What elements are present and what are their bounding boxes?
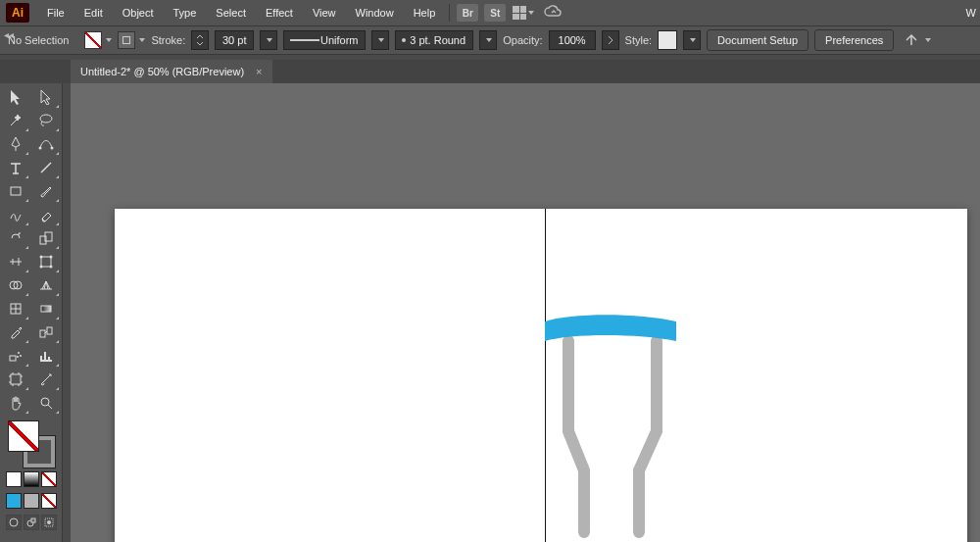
crutch-leg-left xyxy=(568,341,584,532)
stroke-dropdown[interactable] xyxy=(139,38,145,42)
svg-point-23 xyxy=(10,518,18,526)
tool-artboard[interactable] xyxy=(2,368,29,391)
stroke-weight-field[interactable]: 30 pt xyxy=(215,30,254,50)
tool-magic-wand[interactable] xyxy=(2,109,29,132)
graphic-style-swatch[interactable] xyxy=(658,30,677,50)
tool-symbol-sprayer[interactable] xyxy=(2,344,29,368)
preferences-button[interactable]: Preferences xyxy=(814,29,894,51)
tool-line-segment[interactable] xyxy=(33,156,61,179)
svg-rect-17 xyxy=(10,356,16,361)
tool-free-transform[interactable] xyxy=(33,250,61,273)
stock-icon[interactable]: St xyxy=(484,4,506,22)
opacity-field[interactable]: 100% xyxy=(549,30,596,50)
menu-edit[interactable]: Edit xyxy=(74,0,113,25)
tool-eyedropper[interactable] xyxy=(2,320,29,344)
color-mode-button[interactable] xyxy=(6,471,22,487)
tool-blend[interactable] xyxy=(33,320,61,344)
svg-point-19 xyxy=(20,355,22,357)
tool-direct-selection[interactable] xyxy=(33,85,61,109)
document-setup-button[interactable]: Document Setup xyxy=(707,29,808,51)
tool-curvature[interactable] xyxy=(33,132,61,156)
brush-definition[interactable]: 3 pt. Round xyxy=(395,30,473,50)
tool-column-graph[interactable] xyxy=(33,344,61,368)
style-dropdown[interactable] xyxy=(683,30,701,50)
tool-eraser[interactable] xyxy=(33,203,61,226)
menu-file[interactable]: File xyxy=(37,0,74,25)
tool-pen[interactable] xyxy=(2,132,29,156)
none-mode-button[interactable] xyxy=(41,471,57,487)
tool-zoom[interactable] xyxy=(33,391,61,415)
draw-inside-button[interactable] xyxy=(41,515,57,530)
menu-view[interactable]: View xyxy=(303,0,346,25)
svg-point-27 xyxy=(47,520,51,524)
sync-icon[interactable] xyxy=(544,5,562,21)
tool-lasso[interactable] xyxy=(33,109,61,132)
app-logo: Ai xyxy=(6,3,29,23)
control-bar: No Selection Stroke: 30 pt Uniform 3 pt.… xyxy=(0,25,980,55)
crutch-cap xyxy=(545,315,676,341)
menu-window[interactable]: Window xyxy=(346,0,404,25)
tool-rotate[interactable] xyxy=(2,226,29,250)
variable-width-profile[interactable]: Uniform xyxy=(283,30,366,50)
fill-dropdown[interactable] xyxy=(106,38,112,42)
tool-selection[interactable] xyxy=(2,85,29,109)
menu-bar: Ai File Edit Object Type Select Effect V… xyxy=(0,0,980,25)
menu-object[interactable]: Object xyxy=(113,0,164,25)
opacity-label: Opacity: xyxy=(503,34,542,46)
document-tab-bar: Untitled-2* @ 50% (RGB/Preview) × xyxy=(71,60,980,83)
tool-width[interactable] xyxy=(2,250,29,273)
tool-perspective-grid[interactable] xyxy=(33,273,61,297)
tab-close-icon[interactable]: × xyxy=(256,66,262,77)
tool-paintbrush[interactable] xyxy=(33,179,61,203)
recent-swatches xyxy=(0,493,62,509)
profile-dropdown[interactable] xyxy=(371,30,389,50)
draw-normal-button[interactable] xyxy=(6,515,22,530)
svg-point-1 xyxy=(39,147,42,150)
stroke-swatch[interactable] xyxy=(118,31,135,49)
svg-point-9 xyxy=(40,266,43,269)
svg-rect-16 xyxy=(47,327,52,334)
menu-help[interactable]: Help xyxy=(404,0,446,25)
fill-swatch[interactable] xyxy=(84,31,102,49)
svg-point-22 xyxy=(41,398,49,406)
crutch-leg-right xyxy=(639,341,657,532)
tool-rectangle[interactable] xyxy=(2,179,29,203)
tool-slice[interactable] xyxy=(33,368,61,391)
style-label: Style: xyxy=(625,34,653,46)
draw-behind-button[interactable] xyxy=(24,515,39,530)
svg-point-20 xyxy=(17,356,19,358)
align-to-menu[interactable] xyxy=(904,32,931,48)
workspace-switcher[interactable]: W xyxy=(966,0,980,25)
canvas-area[interactable] xyxy=(71,83,980,542)
recent-swatch-none[interactable] xyxy=(41,493,57,509)
artboard[interactable] xyxy=(115,209,967,542)
tool-hand[interactable] xyxy=(2,391,29,415)
tool-type[interactable] xyxy=(2,156,29,179)
svg-point-8 xyxy=(50,256,53,259)
brush-dropdown[interactable] xyxy=(479,30,497,50)
stroke-weight-dropdown[interactable] xyxy=(260,30,277,50)
tool-mesh[interactable] xyxy=(2,297,29,320)
menu-effect[interactable]: Effect xyxy=(256,0,303,25)
recent-swatch-1[interactable] xyxy=(6,493,22,509)
panel-collapse-icon[interactable]: ◂◂ xyxy=(4,29,14,40)
opacity-dropdown[interactable] xyxy=(602,30,619,50)
menu-type[interactable]: Type xyxy=(164,0,207,25)
tool-scale[interactable] xyxy=(33,226,61,250)
recent-swatch-2[interactable] xyxy=(24,493,39,509)
svg-point-10 xyxy=(50,266,53,269)
bridge-icon[interactable]: Br xyxy=(457,4,478,22)
fill-proxy[interactable] xyxy=(8,420,39,452)
tool-panel xyxy=(0,83,63,542)
fill-stroke-proxy[interactable] xyxy=(8,420,55,468)
arrange-documents[interactable] xyxy=(509,6,538,20)
stroke-weight-stepper[interactable] xyxy=(191,30,209,50)
tool-gradient[interactable] xyxy=(33,297,61,320)
tool-shape-builder[interactable] xyxy=(2,273,29,297)
tool-shaper[interactable] xyxy=(2,203,29,226)
menu-select[interactable]: Select xyxy=(206,0,256,25)
artwork-svg xyxy=(115,209,409,356)
document-tab[interactable]: Untitled-2* @ 50% (RGB/Preview) × xyxy=(71,60,272,83)
center-guide xyxy=(545,209,546,542)
gradient-mode-button[interactable] xyxy=(24,471,39,487)
